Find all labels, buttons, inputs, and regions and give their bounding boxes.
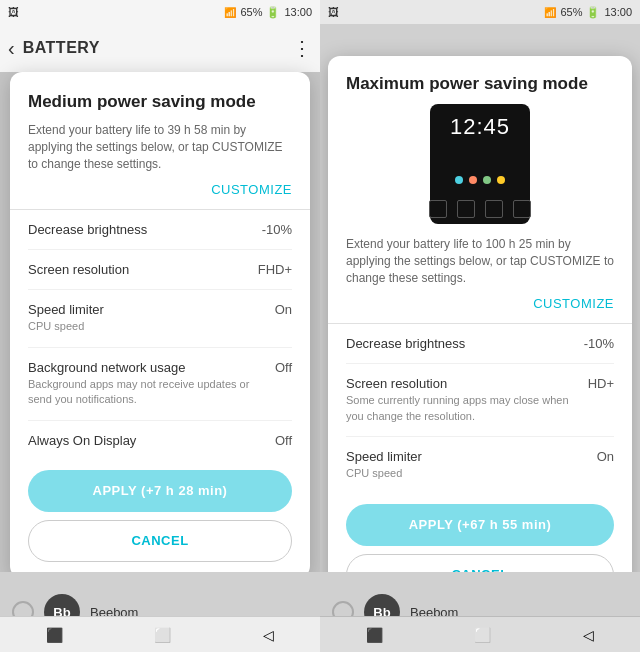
right-setting-brightness: Decrease brightness -10% bbox=[346, 324, 614, 364]
left-setting-network-sub: Background apps may not receive updates … bbox=[28, 377, 265, 408]
right-setting-resolution-sub: Some currently running apps may close wh… bbox=[346, 393, 578, 424]
right-phone-preview: 12:45 bbox=[430, 104, 530, 224]
right-signal: 📶 bbox=[544, 7, 556, 18]
left-apply-button[interactable]: APPLY (+7 h 28 min) bbox=[28, 470, 292, 512]
left-setting-resolution-name: Screen resolution bbox=[28, 262, 248, 277]
left-setting-brightness-value: -10% bbox=[262, 222, 292, 237]
right-setting-speed: Speed limiter CPU speed On bbox=[346, 437, 614, 493]
preview-icon-2 bbox=[457, 200, 475, 218]
preview-icon-1 bbox=[429, 200, 447, 218]
right-nav-recent[interactable]: ⬛ bbox=[366, 627, 383, 643]
left-setting-speed: Speed limiter CPU speed On bbox=[28, 290, 292, 347]
left-photo-icon: 🖼 bbox=[8, 6, 19, 18]
left-status-bar: 🖼 📶 65% 🔋 13:00 bbox=[0, 0, 320, 24]
left-setting-display-name: Always On Display bbox=[28, 433, 265, 448]
left-dialog-title: Medium power saving mode bbox=[28, 92, 292, 112]
left-customize-link[interactable]: CUSTOMIZE bbox=[28, 182, 292, 197]
left-setting-display: Always On Display Off bbox=[28, 421, 292, 460]
left-dialog: Medium power saving mode Extend your bat… bbox=[10, 72, 310, 578]
left-setting-network-name: Background network usage bbox=[28, 360, 265, 375]
left-nav-back[interactable]: ◁ bbox=[263, 627, 274, 643]
left-nav-bar: ⬛ ⬜ ◁ bbox=[0, 616, 320, 652]
right-setting-speed-sub: CPU speed bbox=[346, 466, 587, 481]
right-photo-icon: 🖼 bbox=[328, 6, 339, 18]
right-apply-button[interactable]: APPLY (+67 h 55 min) bbox=[346, 504, 614, 546]
right-preview-icons bbox=[429, 200, 531, 218]
left-setting-resolution-value: FHD+ bbox=[258, 262, 292, 277]
right-setting-resolution-name: Screen resolution bbox=[346, 376, 578, 391]
left-setting-speed-sub: CPU speed bbox=[28, 319, 265, 334]
right-preview-dots bbox=[455, 176, 505, 184]
right-status-bar: 🖼 📶 65% 🔋 13:00 bbox=[320, 0, 640, 24]
right-time: 13:00 bbox=[604, 6, 632, 18]
right-setting-speed-value: On bbox=[597, 449, 614, 464]
preview-icon-3 bbox=[485, 200, 503, 218]
right-battery: 🔋 bbox=[586, 6, 600, 19]
left-panel: 🖼 📶 65% 🔋 13:00 ‹ BATTERY ⋮ Medium power… bbox=[0, 0, 320, 652]
right-nav-bar: ⬛ ⬜ ◁ bbox=[320, 616, 640, 652]
left-setting-display-value: Off bbox=[275, 433, 292, 448]
dot-4 bbox=[497, 176, 505, 184]
left-time: 13:00 bbox=[284, 6, 312, 18]
left-signal: 📶 bbox=[224, 7, 236, 18]
left-setting-speed-name: Speed limiter bbox=[28, 302, 265, 317]
right-setting-brightness-value: -10% bbox=[584, 336, 614, 351]
left-setting-brightness: Decrease brightness -10% bbox=[28, 210, 292, 250]
left-cancel-button[interactable]: CANCEL bbox=[28, 520, 292, 562]
left-battery: 🔋 bbox=[266, 6, 280, 19]
right-dialog-desc: Extend your battery life to 100 h 25 min… bbox=[346, 236, 614, 286]
dot-2 bbox=[469, 176, 477, 184]
right-setting-resolution-value: HD+ bbox=[588, 376, 614, 391]
right-nav-back[interactable]: ◁ bbox=[583, 627, 594, 643]
left-percent: 65% bbox=[240, 6, 262, 18]
left-top-bar: ‹ BATTERY ⋮ bbox=[0, 24, 320, 72]
left-nav-recent[interactable]: ⬛ bbox=[46, 627, 63, 643]
right-setting-resolution: Screen resolution Some currently running… bbox=[346, 364, 614, 437]
preview-icon-4 bbox=[513, 200, 531, 218]
left-setting-network: Background network usage Background apps… bbox=[28, 348, 292, 421]
right-setting-brightness-name: Decrease brightness bbox=[346, 336, 574, 351]
right-dialog: Maximum power saving mode 12:45 Extend y… bbox=[328, 56, 632, 610]
left-setting-network-value: Off bbox=[275, 360, 292, 375]
left-page-title: BATTERY bbox=[23, 39, 284, 57]
right-preview-time: 12:45 bbox=[450, 114, 510, 140]
right-dialog-title: Maximum power saving mode bbox=[346, 74, 614, 94]
right-nav-home[interactable]: ⬜ bbox=[474, 627, 491, 643]
right-percent: 65% bbox=[560, 6, 582, 18]
left-setting-speed-value: On bbox=[275, 302, 292, 317]
left-back-button[interactable]: ‹ bbox=[8, 37, 15, 60]
right-customize-link[interactable]: CUSTOMIZE bbox=[346, 296, 614, 311]
left-setting-resolution: Screen resolution FHD+ bbox=[28, 250, 292, 290]
right-setting-speed-name: Speed limiter bbox=[346, 449, 587, 464]
left-menu-button[interactable]: ⋮ bbox=[292, 36, 312, 60]
left-nav-home[interactable]: ⬜ bbox=[154, 627, 171, 643]
right-panel: 🖼 📶 65% 🔋 13:00 Maximum power saving mod… bbox=[320, 0, 640, 652]
left-setting-brightness-name: Decrease brightness bbox=[28, 222, 252, 237]
dot-1 bbox=[455, 176, 463, 184]
dot-3 bbox=[483, 176, 491, 184]
left-dialog-desc: Extend your battery life to 39 h 58 min … bbox=[28, 122, 292, 172]
